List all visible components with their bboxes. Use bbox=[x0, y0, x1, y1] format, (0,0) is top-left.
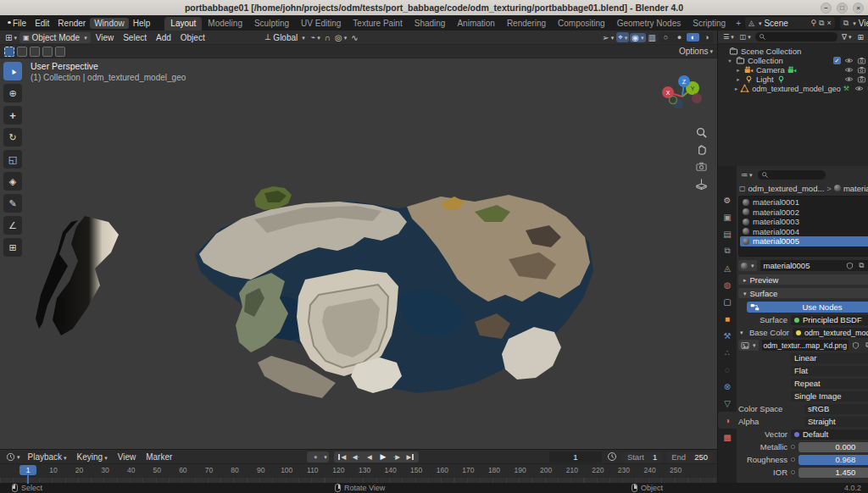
frame-end-field[interactable]: End250 bbox=[666, 451, 713, 463]
mode-selector[interactable]: ▣ Object Mode ▾ bbox=[19, 32, 91, 43]
overlays-toggle[interactable]: ◉ ▾ bbox=[630, 33, 645, 42]
hide-eye-icon[interactable] bbox=[844, 56, 854, 65]
browse-image-button[interactable]: ▾ bbox=[738, 340, 759, 351]
surface-shader-field[interactable]: Principled BSDF bbox=[791, 315, 868, 325]
menu-file[interactable]: File bbox=[8, 18, 31, 29]
viewport-canvas[interactable]: ▲ ⊕ + ↻ ◱ ◈ ✎ ∠ ⊞ User Perspective (1) C… bbox=[0, 58, 717, 449]
viewlayer-selector[interactable]: ⧉ ▾ ViewLayer ⧉ × bbox=[840, 17, 868, 29]
menu-edit[interactable]: Edit bbox=[31, 18, 53, 29]
properties-editor-type-button[interactable]: ≔ ▾ bbox=[739, 171, 754, 179]
render-visibility-icon[interactable] bbox=[857, 56, 866, 65]
pan-hand-icon[interactable] bbox=[695, 143, 708, 156]
display-mode-button[interactable]: ☰ ▾ bbox=[721, 33, 736, 41]
gizmo-z-neg[interactable] bbox=[673, 99, 683, 109]
close-button[interactable]: × bbox=[853, 3, 864, 14]
material-slot[interactable]: material0003 bbox=[740, 217, 868, 227]
shading-wireframe-button[interactable]: ○ bbox=[659, 33, 672, 42]
alpha-dropdown[interactable]: Straight▾ bbox=[804, 417, 868, 427]
snap-target-button[interactable]: ⌁ ▾ bbox=[309, 33, 322, 42]
tab-shading[interactable]: Shading bbox=[409, 17, 452, 30]
outliner-row-collection[interactable]: ▾ Collection ✓ bbox=[720, 56, 868, 65]
menu-window[interactable]: Window bbox=[90, 18, 129, 29]
fake-user-shield-icon[interactable] bbox=[846, 262, 854, 270]
select-mode-extend[interactable] bbox=[17, 47, 27, 57]
tool-annotate[interactable]: ✎ bbox=[3, 194, 22, 213]
play-reverse-button[interactable]: ◀ bbox=[363, 451, 376, 463]
breadcrumb-object[interactable]: odm_textured_mod... bbox=[748, 184, 825, 193]
add-workspace-button[interactable]: + bbox=[732, 17, 745, 30]
metallic-socket-icon[interactable] bbox=[791, 445, 795, 449]
disclosure-icon[interactable]: ▾ bbox=[726, 58, 733, 64]
interpolation-dropdown[interactable]: Linear▾ bbox=[791, 353, 868, 363]
tab-scripting[interactable]: Scripting bbox=[687, 17, 732, 30]
tool-cursor[interactable]: ⊕ bbox=[3, 84, 22, 102]
extension-dropdown[interactable]: Repeat▾ bbox=[791, 379, 868, 389]
tool-rotate[interactable]: ↻ bbox=[3, 128, 22, 147]
render-visibility-icon[interactable] bbox=[857, 65, 866, 75]
color-space-dropdown[interactable]: sRGB▾ bbox=[804, 404, 868, 414]
model-odm-textured-model-geo[interactable] bbox=[0, 58, 717, 449]
auto-key-button[interactable]: ● bbox=[309, 451, 322, 463]
menu-playback[interactable]: Playback▾ bbox=[24, 452, 71, 462]
disclosure-icon[interactable]: ▸ bbox=[735, 67, 742, 74]
tool-select-box[interactable]: ▲ bbox=[3, 62, 22, 80]
menu-marker[interactable]: Marker bbox=[142, 452, 176, 462]
ior-slider[interactable]: 1.450 bbox=[798, 468, 868, 478]
material-name-field[interactable]: material0005 ⧉ × bbox=[760, 260, 868, 271]
tab-material[interactable]: ◑ bbox=[718, 412, 737, 429]
new-scene-icon[interactable]: ⧉ bbox=[819, 19, 824, 28]
timeline-ruler[interactable]: 1 10 20 30 40 50 60 70 80 90 100 110 120… bbox=[0, 463, 717, 478]
menu-view-timeline[interactable]: View bbox=[114, 452, 141, 462]
shading-material-preview-button[interactable]: ◐ bbox=[687, 33, 699, 42]
jump-to-end-button[interactable]: ▶ bbox=[403, 451, 417, 463]
material-slot[interactable]: material0004 bbox=[740, 227, 868, 237]
material-slot[interactable]: material0001 bbox=[740, 197, 868, 208]
current-frame-field[interactable]: 1 bbox=[549, 451, 602, 463]
options-menu[interactable]: Options ▾ bbox=[679, 47, 713, 56]
model-mesh[interactable] bbox=[36, 186, 593, 398]
play-button[interactable]: ▶ bbox=[376, 451, 390, 463]
tool-move[interactable]: + bbox=[3, 106, 22, 125]
material-slot-selected[interactable]: material0005 bbox=[740, 236, 868, 246]
tab-texture[interactable]: ▩ bbox=[718, 429, 737, 446]
gizmo-x-axis[interactable]: X bbox=[666, 90, 670, 96]
menu-select[interactable]: Select bbox=[119, 33, 151, 42]
tab-world[interactable]: ◍ bbox=[718, 276, 737, 293]
projection-dropdown[interactable]: Flat▾ bbox=[791, 366, 868, 376]
tab-output[interactable]: ▤ bbox=[718, 225, 737, 242]
render-visibility-icon[interactable] bbox=[857, 75, 866, 84]
outliner-row-camera[interactable]: ▸ Camera bbox=[720, 65, 868, 75]
browse-material-button[interactable]: ▾ bbox=[738, 260, 757, 271]
jump-to-start-button[interactable]: ◀ bbox=[336, 451, 349, 463]
expanded-icon[interactable]: ▾ bbox=[740, 330, 745, 335]
frame-start-field[interactable]: Start1 bbox=[622, 451, 662, 463]
ior-socket-icon[interactable] bbox=[791, 470, 795, 474]
select-mode-subtract[interactable] bbox=[30, 47, 40, 57]
playhead[interactable]: 1 bbox=[19, 465, 36, 475]
camera-view-icon[interactable] bbox=[695, 160, 708, 173]
scene-selector[interactable]: ◬ ▾ Scene ⚲ ⧉ × bbox=[745, 17, 835, 29]
gizmo-x-neg[interactable] bbox=[692, 93, 702, 103]
outliner-row-light[interactable]: ▸ Light bbox=[720, 75, 868, 84]
properties-search-input[interactable] bbox=[758, 170, 826, 180]
tab-sculpting[interactable]: Sculpting bbox=[248, 17, 295, 30]
gizmo-z-axis[interactable]: Z bbox=[682, 79, 687, 85]
image-name-field[interactable]: odm_textur...map_Kd.png bbox=[762, 340, 849, 351]
tab-object-data[interactable]: ▽ bbox=[718, 395, 737, 412]
editor-type-button[interactable]: ⊞ ▾ bbox=[3, 33, 19, 42]
material-slot[interactable]: material0002 bbox=[740, 208, 868, 218]
collection-checkbox[interactable]: ✓ bbox=[833, 57, 841, 64]
roughness-slider[interactable]: 0.968 bbox=[798, 455, 868, 465]
tab-layout[interactable]: Layout bbox=[164, 17, 202, 30]
hide-eye-icon[interactable] bbox=[844, 65, 854, 75]
select-mode-intersect[interactable] bbox=[55, 47, 65, 57]
tool-add-cube[interactable]: ⊞ bbox=[3, 238, 22, 257]
prev-keyframe-button[interactable]: ◀· bbox=[349, 451, 363, 463]
preview-panel-header[interactable]: ▸ Preview ≡ bbox=[738, 274, 868, 285]
navigation-gizmo[interactable]: X Y Z bbox=[658, 72, 707, 121]
base-color-field[interactable]: odm_textured_mode... bbox=[793, 328, 868, 338]
tab-object[interactable]: ■ bbox=[718, 310, 737, 327]
tab-scene[interactable]: ◬ bbox=[718, 259, 737, 276]
tab-constraints[interactable]: ⊗ bbox=[718, 378, 737, 395]
gizmos-toggle[interactable]: ⌖ ▾ bbox=[616, 32, 629, 42]
